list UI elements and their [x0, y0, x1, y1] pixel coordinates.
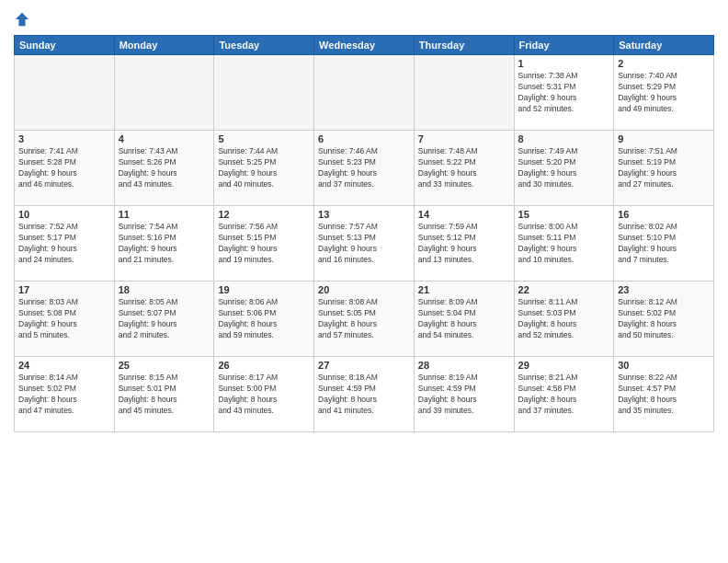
weekday-header-friday: Friday	[514, 36, 614, 55]
day-number: 16	[618, 209, 710, 220]
calendar-cell: 13Sunrise: 7:57 AMSunset: 5:13 PMDayligh…	[314, 206, 415, 282]
day-info: Sunrise: 7:44 AMSunset: 5:25 PMDaylight:…	[218, 146, 310, 190]
calendar-cell: 25Sunrise: 8:15 AMSunset: 5:01 PMDayligh…	[114, 357, 214, 432]
day-info: Sunrise: 8:19 AMSunset: 4:59 PMDaylight:…	[418, 373, 510, 417]
day-number: 17	[18, 284, 110, 295]
day-info: Sunrise: 8:18 AMSunset: 4:59 PMDaylight:…	[318, 373, 410, 417]
calendar-cell: 11Sunrise: 7:54 AMSunset: 5:16 PMDayligh…	[114, 206, 214, 282]
day-info: Sunrise: 8:15 AMSunset: 5:01 PMDaylight:…	[119, 373, 210, 417]
day-number: 23	[618, 284, 710, 295]
weekday-header-wednesday: Wednesday	[314, 36, 415, 55]
calendar-cell: 26Sunrise: 8:17 AMSunset: 5:00 PMDayligh…	[214, 357, 314, 432]
day-info: Sunrise: 8:21 AMSunset: 4:58 PMDaylight:…	[518, 373, 610, 417]
day-number: 25	[119, 360, 210, 371]
calendar-cell: 16Sunrise: 8:02 AMSunset: 5:10 PMDayligh…	[614, 206, 714, 282]
day-number: 26	[218, 360, 310, 371]
day-info: Sunrise: 7:41 AMSunset: 5:28 PMDaylight:…	[18, 146, 110, 190]
week-row-1: 3Sunrise: 7:41 AMSunset: 5:28 PMDaylight…	[15, 131, 714, 206]
day-info: Sunrise: 7:52 AMSunset: 5:17 PMDaylight:…	[18, 222, 110, 266]
day-number: 29	[518, 360, 610, 371]
day-info: Sunrise: 8:14 AMSunset: 5:02 PMDaylight:…	[18, 373, 110, 417]
calendar-cell: 12Sunrise: 7:56 AMSunset: 5:15 PMDayligh…	[214, 206, 314, 282]
day-info: Sunrise: 8:00 AMSunset: 5:11 PMDaylight:…	[518, 222, 610, 266]
day-info: Sunrise: 7:49 AMSunset: 5:20 PMDaylight:…	[518, 146, 610, 190]
day-number: 18	[119, 284, 210, 295]
day-info: Sunrise: 8:22 AMSunset: 4:57 PMDaylight:…	[618, 373, 710, 417]
day-number: 28	[418, 360, 510, 371]
calendar-cell: 5Sunrise: 7:44 AMSunset: 5:25 PMDaylight…	[214, 131, 314, 206]
week-row-3: 17Sunrise: 8:03 AMSunset: 5:08 PMDayligh…	[15, 282, 714, 357]
calendar-cell	[214, 55, 314, 131]
calendar-cell: 15Sunrise: 8:00 AMSunset: 5:11 PMDayligh…	[514, 206, 614, 282]
day-number: 10	[18, 209, 110, 220]
day-info: Sunrise: 7:59 AMSunset: 5:12 PMDaylight:…	[418, 222, 510, 266]
day-info: Sunrise: 7:43 AMSunset: 5:26 PMDaylight:…	[119, 146, 210, 190]
calendar-cell: 6Sunrise: 7:46 AMSunset: 5:23 PMDaylight…	[314, 131, 415, 206]
day-info: Sunrise: 8:03 AMSunset: 5:08 PMDaylight:…	[18, 297, 110, 341]
day-number: 22	[518, 284, 610, 295]
calendar-cell: 27Sunrise: 8:18 AMSunset: 4:59 PMDayligh…	[314, 357, 415, 432]
calendar-cell: 9Sunrise: 7:51 AMSunset: 5:19 PMDaylight…	[614, 131, 714, 206]
day-number: 2	[618, 58, 710, 69]
calendar-cell: 30Sunrise: 8:22 AMSunset: 4:57 PMDayligh…	[614, 357, 714, 432]
day-info: Sunrise: 8:02 AMSunset: 5:10 PMDaylight:…	[618, 222, 710, 266]
day-number: 27	[318, 360, 410, 371]
day-info: Sunrise: 7:54 AMSunset: 5:16 PMDaylight:…	[119, 222, 210, 266]
calendar-cell: 19Sunrise: 8:06 AMSunset: 5:06 PMDayligh…	[214, 282, 314, 357]
weekday-header-tuesday: Tuesday	[214, 36, 314, 55]
calendar-cell: 1Sunrise: 7:38 AMSunset: 5:31 PMDaylight…	[514, 55, 614, 131]
calendar-cell: 22Sunrise: 8:11 AMSunset: 5:03 PMDayligh…	[514, 282, 614, 357]
day-number: 5	[218, 133, 310, 144]
calendar-cell: 14Sunrise: 7:59 AMSunset: 5:12 PMDayligh…	[414, 206, 514, 282]
day-number: 11	[119, 209, 210, 220]
day-info: Sunrise: 8:17 AMSunset: 5:00 PMDaylight:…	[218, 373, 310, 417]
day-number: 1	[518, 58, 610, 69]
calendar-cell: 20Sunrise: 8:08 AMSunset: 5:05 PMDayligh…	[314, 282, 415, 357]
calendar-cell: 23Sunrise: 8:12 AMSunset: 5:02 PMDayligh…	[614, 282, 714, 357]
calendar-cell: 7Sunrise: 7:48 AMSunset: 5:22 PMDaylight…	[414, 131, 514, 206]
calendar-cell: 2Sunrise: 7:40 AMSunset: 5:29 PMDaylight…	[614, 55, 714, 131]
week-row-2: 10Sunrise: 7:52 AMSunset: 5:17 PMDayligh…	[15, 206, 714, 282]
day-number: 24	[18, 360, 110, 371]
day-number: 4	[119, 133, 210, 144]
calendar-cell	[414, 55, 514, 131]
day-info: Sunrise: 8:05 AMSunset: 5:07 PMDaylight:…	[119, 297, 210, 341]
day-info: Sunrise: 7:46 AMSunset: 5:23 PMDaylight:…	[318, 146, 410, 190]
day-info: Sunrise: 8:08 AMSunset: 5:05 PMDaylight:…	[318, 297, 410, 341]
day-number: 8	[518, 133, 610, 144]
calendar-cell: 10Sunrise: 7:52 AMSunset: 5:17 PMDayligh…	[15, 206, 115, 282]
calendar-cell: 3Sunrise: 7:41 AMSunset: 5:28 PMDaylight…	[15, 131, 115, 206]
day-number: 15	[518, 209, 610, 220]
calendar-cell: 21Sunrise: 8:09 AMSunset: 5:04 PMDayligh…	[414, 282, 514, 357]
calendar-cell: 8Sunrise: 7:49 AMSunset: 5:20 PMDaylight…	[514, 131, 614, 206]
weekday-header-monday: Monday	[114, 36, 214, 55]
day-info: Sunrise: 7:51 AMSunset: 5:19 PMDaylight:…	[618, 146, 710, 190]
calendar-cell	[15, 55, 115, 131]
calendar-cell	[114, 55, 214, 131]
day-number: 3	[18, 133, 110, 144]
weekday-header-saturday: Saturday	[614, 36, 714, 55]
day-info: Sunrise: 7:38 AMSunset: 5:31 PMDaylight:…	[518, 71, 610, 115]
day-info: Sunrise: 7:56 AMSunset: 5:15 PMDaylight:…	[218, 222, 310, 266]
calendar-cell: 24Sunrise: 8:14 AMSunset: 5:02 PMDayligh…	[15, 357, 115, 432]
weekday-header-row: SundayMondayTuesdayWednesdayThursdayFrid…	[15, 36, 714, 55]
weekday-header-sunday: Sunday	[15, 36, 115, 55]
day-number: 12	[218, 209, 310, 220]
weekday-header-thursday: Thursday	[414, 36, 514, 55]
logo	[14, 9, 33, 28]
day-number: 14	[418, 209, 510, 220]
day-info: Sunrise: 8:06 AMSunset: 5:06 PMDaylight:…	[218, 297, 310, 341]
day-number: 13	[318, 209, 410, 220]
week-row-0: 1Sunrise: 7:38 AMSunset: 5:31 PMDaylight…	[15, 55, 714, 131]
day-number: 19	[218, 284, 310, 295]
day-info: Sunrise: 7:57 AMSunset: 5:13 PMDaylight:…	[318, 222, 410, 266]
calendar-cell: 28Sunrise: 8:19 AMSunset: 4:59 PMDayligh…	[414, 357, 514, 432]
calendar-cell: 18Sunrise: 8:05 AMSunset: 5:07 PMDayligh…	[114, 282, 214, 357]
day-info: Sunrise: 7:40 AMSunset: 5:29 PMDaylight:…	[618, 71, 710, 115]
calendar-cell	[314, 55, 415, 131]
week-row-4: 24Sunrise: 8:14 AMSunset: 5:02 PMDayligh…	[15, 357, 714, 432]
logo-text	[14, 9, 33, 28]
calendar: SundayMondayTuesdayWednesdayThursdayFrid…	[14, 35, 714, 432]
page-container: SundayMondayTuesdayWednesdayThursdayFrid…	[0, 0, 728, 437]
day-number: 9	[618, 133, 710, 144]
